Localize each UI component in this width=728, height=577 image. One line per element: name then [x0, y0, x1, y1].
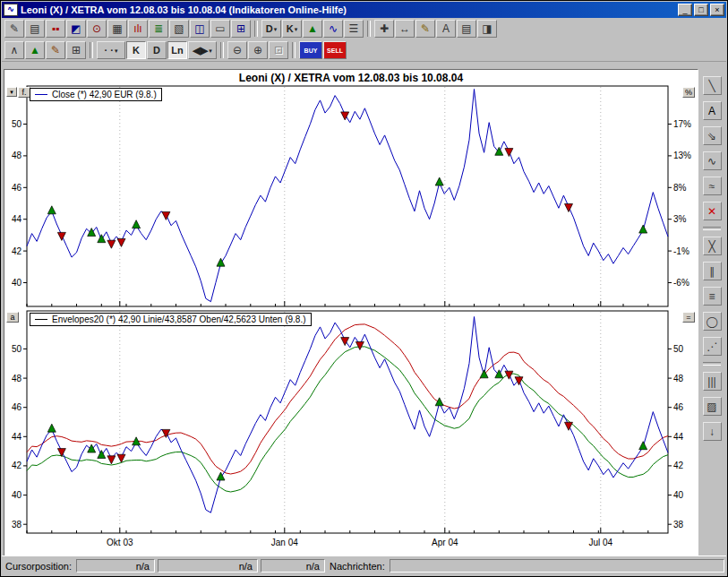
signal-chart-icon[interactable]: ▲ — [303, 20, 322, 38]
svg-text:50: 50 — [12, 119, 22, 129]
pan-icon-glyph: ⊡ — [274, 45, 283, 56]
status-bar: Cursorposition: n/a n/a n/a Nachrichten: — [2, 555, 726, 575]
envelopes-chart[interactable]: 5050484846464444424240403838Okt 03Jan 04… — [4, 310, 692, 554]
svg-text:-6%: -6% — [673, 278, 689, 288]
layout-icon[interactable]: ◨ — [477, 20, 497, 38]
dropdown-arrow-icon: ▾ — [274, 26, 278, 32]
envelopes-line-swatch — [35, 319, 47, 320]
zoom-out-icon[interactable]: ⊖ — [227, 41, 247, 59]
bar-chart-icon[interactable]: ılı — [128, 20, 148, 38]
save-icon[interactable]: ◫ — [190, 20, 210, 38]
svg-text:Okt 03: Okt 03 — [107, 538, 133, 547]
pane1-scale-flag[interactable]: f. — [18, 87, 30, 98]
price-chart[interactable]: 5017%4813%468%443%42-1%40-6% — [4, 85, 692, 309]
signals-icon-glyph: ▲ — [30, 45, 40, 56]
pane2-splitter-handle[interactable]: = — [682, 312, 695, 323]
sell-button-glyph: SELL — [327, 47, 343, 54]
zigzag-icon[interactable]: ∧ — [4, 41, 24, 59]
crosshair-icon[interactable]: ✚ — [374, 20, 394, 38]
svg-text:48: 48 — [673, 374, 684, 383]
svg-text:40: 40 — [12, 490, 22, 500]
signals-icon[interactable]: ▲ — [25, 41, 45, 59]
hatch-tool-icon-glyph: ▨ — [707, 401, 716, 412]
new-analysis-icon[interactable]: ✎ — [4, 20, 24, 38]
svg-text:50: 50 — [12, 344, 22, 354]
table-icon[interactable]: ▦ — [107, 20, 127, 38]
brush-icon[interactable]: ✎ — [46, 41, 65, 59]
delete-drawing-tool-icon-glyph: ✕ — [707, 206, 716, 217]
log-scale-toggle-button[interactable]: Ln — [167, 41, 187, 59]
svg-text:44: 44 — [12, 214, 22, 224]
close-line-swatch — [35, 94, 47, 95]
print-icon[interactable]: ▭ — [210, 20, 230, 38]
weekly-dropdown-button[interactable]: K▾ — [282, 20, 302, 38]
zoom-in-icon[interactable]: ⊕ — [248, 41, 268, 59]
chart-title: Leoni (X) / XETRA vom 12.08.03 bis 10.08… — [4, 72, 698, 84]
notes-icon[interactable]: ▤ — [457, 20, 476, 38]
chart-window-icon[interactable]: ⊞ — [231, 20, 251, 38]
title-bar[interactable]: ∿ Leoni (X) / XETRA vom 12.08.03 bis 10.… — [2, 2, 726, 18]
delete-drawing-tool-icon[interactable]: ✕ — [703, 202, 722, 220]
wave-tool-icon-glyph: ≈ — [709, 181, 715, 192]
pane1-collapse-button[interactable]: ▾ — [6, 87, 17, 97]
minimize-button[interactable]: _ — [678, 4, 692, 16]
wave-tool-icon[interactable]: ≈ — [703, 177, 722, 195]
buy-button-glyph: BUY — [304, 47, 318, 54]
fibonacci-tool-icon-glyph: ⋰ — [707, 341, 717, 352]
period-dropdown[interactable]: · ·▾ — [97, 41, 125, 59]
bar-toggle-button[interactable]: D — [147, 41, 167, 59]
pane1-percent-scale-button[interactable]: % — [682, 87, 695, 98]
parallel-lines-tool-icon[interactable]: ∥ — [703, 262, 722, 280]
svg-text:42: 42 — [673, 461, 684, 470]
text-page-icon[interactable]: A — [436, 20, 456, 38]
draw-pencil-icon[interactable]: ✎ — [415, 20, 435, 38]
curve-tool-icon[interactable]: ∿ — [703, 151, 722, 170]
scroll-dropdown-glyph: ◀▶ — [193, 46, 208, 56]
svg-text:48: 48 — [12, 151, 22, 160]
close-button[interactable]: × — [710, 4, 724, 16]
bar-toggle-button-glyph: D — [153, 46, 160, 56]
buy-button[interactable]: BUY — [299, 41, 322, 59]
magnify-chart-icon[interactable]: ⊙ — [87, 20, 107, 38]
indicator-icon[interactable]: ∿ — [323, 20, 343, 38]
svg-text:38: 38 — [12, 520, 22, 530]
quote-board-icon[interactable]: ▪▪ — [46, 20, 65, 38]
chart-report-icon[interactable]: ▧ — [169, 20, 189, 38]
candlestick-toggle-button[interactable]: K — [126, 41, 146, 59]
pane2-legend-text: Envelopes20 (*) 42,90 Linie/43,8587 Oben… — [52, 314, 306, 324]
sell-button[interactable]: SELL — [323, 41, 347, 59]
cross-lines-tool-icon[interactable]: ╳ — [703, 237, 722, 255]
svg-text:Apr 04: Apr 04 — [432, 538, 458, 547]
trend-line-tool-icon-glyph: ╲ — [708, 81, 715, 91]
ellipse-tool-icon-glyph: ◯ — [706, 316, 717, 327]
svg-text:40: 40 — [12, 278, 22, 288]
pane1-legend-text: Close (*) 42,90 EUR (9.8.) — [52, 90, 157, 99]
ellipse-tool-icon[interactable]: ◯ — [703, 312, 722, 331]
trend-line-tool-icon[interactable]: ╲ — [703, 76, 722, 95]
daily-dropdown-button[interactable]: D▾ — [261, 20, 281, 38]
separator — [703, 227, 721, 230]
channel-tool-icon[interactable]: ≡ — [703, 287, 722, 306]
scroll-dropdown[interactable]: ◀▶▾ — [188, 41, 217, 59]
svg-text:46: 46 — [12, 183, 22, 193]
arrow-tool-icon[interactable]: ⇘ — [703, 126, 722, 145]
grid-lines-tool-icon[interactable]: ||| — [703, 372, 722, 391]
copy-icon[interactable]: ▤ — [25, 20, 45, 38]
hatch-tool-icon[interactable]: ▨ — [703, 397, 722, 416]
save-icon-glyph: ◫ — [194, 23, 204, 34]
fibonacci-tool-icon[interactable]: ⋰ — [703, 337, 722, 356]
levels-icon[interactable]: ☰ — [344, 20, 364, 38]
pane2-scale-flag[interactable]: a — [6, 312, 19, 323]
frame-icon[interactable]: ⊞ — [66, 41, 86, 59]
indicator-icon-glyph: ∿ — [329, 23, 338, 34]
svg-text:-1%: -1% — [673, 246, 689, 256]
maximize-button[interactable]: □ — [694, 4, 708, 16]
candle-chart-icon[interactable]: ≣ — [149, 20, 168, 38]
brush-icon-glyph: ✎ — [51, 45, 60, 56]
arrow-down-tool-icon[interactable]: ↓ — [703, 422, 722, 441]
portfolio-icon[interactable]: ◩ — [66, 20, 86, 38]
text-tool-icon[interactable]: A — [703, 101, 722, 120]
layout-icon-glyph: ◨ — [482, 23, 492, 34]
new-analysis-icon-glyph: ✎ — [10, 23, 19, 34]
tracking-icon[interactable]: ↔ — [395, 20, 415, 38]
